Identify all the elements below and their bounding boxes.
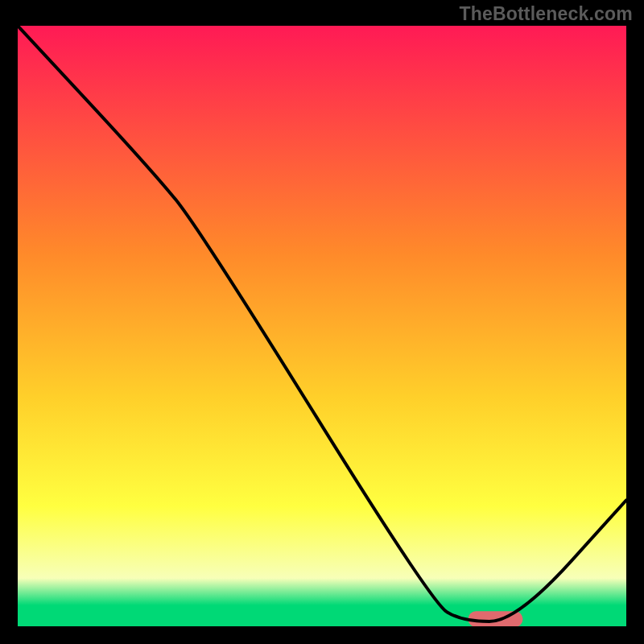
plot-area: [18, 26, 626, 626]
chart-svg: [18, 26, 626, 626]
watermark-text: TheBottleneck.com: [459, 3, 633, 25]
chart-frame: TheBottleneck.com: [0, 0, 644, 644]
gradient-background: [18, 26, 626, 626]
